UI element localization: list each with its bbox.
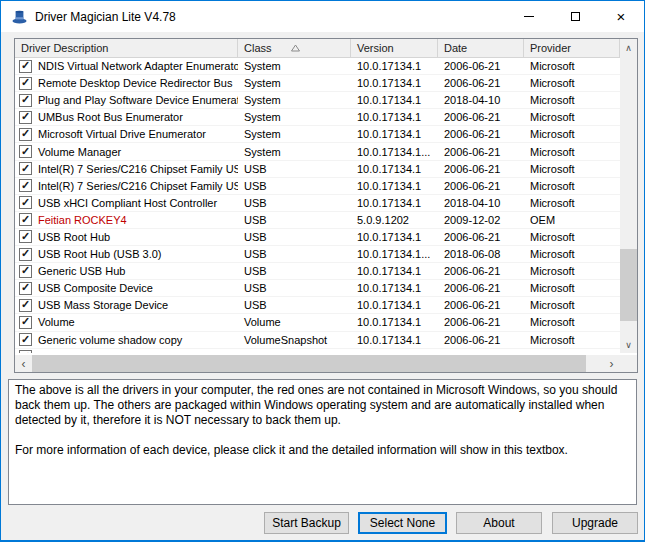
table-row[interactable]: ✓ UMBus Root Bus Enumerator System 10.0.… <box>15 109 620 126</box>
driver-provider: Microsoft <box>524 314 620 330</box>
scroll-right-icon[interactable]: › <box>603 355 620 372</box>
column-header-date[interactable]: Date <box>438 39 524 58</box>
table-row[interactable]: ✓ USB Root Hub (USB 3.0) USB 10.0.17134.… <box>15 246 620 263</box>
driver-provider: Microsoft <box>524 332 620 348</box>
driver-description: UMBus Root Bus Enumerator <box>38 111 183 123</box>
row-checkbox[interactable]: ✓ <box>19 77 32 90</box>
column-header-version[interactable]: Version <box>351 39 438 58</box>
driver-class: USB <box>238 229 351 245</box>
scroll-down-icon[interactable]: ∨ <box>620 336 637 353</box>
driver-class: USB <box>238 161 351 177</box>
checkmark-icon: ✓ <box>21 163 30 174</box>
row-checkbox[interactable]: ✓ <box>19 248 32 261</box>
table-row[interactable]: ✓ Volume Manager System 10.0.17134.1... … <box>15 143 620 160</box>
row-checkbox[interactable]: ✓ <box>19 213 32 226</box>
table-row[interactable]: ✓ Intel(R) 7 Series/C216 Chipset Family … <box>15 178 620 195</box>
driver-description-cell: ✓ Generic volume shadow copy <box>15 332 238 348</box>
driver-description-cell: ✓ Volume Manager <box>15 143 238 159</box>
column-header-driver-description[interactable]: Driver Description <box>15 39 238 58</box>
minimize-button[interactable] <box>506 1 552 32</box>
checkmark-icon: ✓ <box>21 111 30 122</box>
row-checkbox[interactable]: ✓ <box>19 333 32 346</box>
row-checkbox[interactable]: ✓ <box>19 196 32 209</box>
driver-provider: Microsoft <box>524 161 620 177</box>
driver-version: 5.0.9.1202 <box>351 212 438 228</box>
select-none-button[interactable]: Select None <box>358 512 447 534</box>
driver-description: Intel(R) 7 Series/C216 Chipset Family US… <box>38 180 238 192</box>
driver-version: 10.0.17134.1 <box>351 58 438 74</box>
close-icon: × <box>617 9 626 24</box>
driver-description-cell: ✓ Plug and Play Software Device Enumerat… <box>15 92 238 108</box>
maximize-button[interactable] <box>552 1 598 32</box>
table-row[interactable]: ✓ Plug and Play Software Device Enumerat… <box>15 92 620 109</box>
row-checkbox[interactable]: ✓ <box>19 265 32 278</box>
table-row[interactable]: ✓ Generic USB Hub USB 10.0.17134.1 2006-… <box>15 263 620 280</box>
driver-date: 2018-04-10 <box>438 195 524 211</box>
column-header-class[interactable]: Class <box>238 39 351 58</box>
column-label: Provider <box>530 42 571 54</box>
driver-version: 10.0.17134.1 <box>351 297 438 313</box>
driver-class: System <box>238 143 351 159</box>
row-checkbox[interactable]: ✓ <box>19 299 32 312</box>
table-row[interactable]: ✓ WPD FileSystem Volume Driver WPD 10.0.… <box>15 349 620 353</box>
driver-class: VolumeSnapshot <box>238 332 351 348</box>
checkmark-icon: ✓ <box>21 299 30 310</box>
row-checkbox[interactable]: ✓ <box>19 282 32 295</box>
table-row[interactable]: ✓ Intel(R) 7 Series/C216 Chipset Family … <box>15 161 620 178</box>
table-row[interactable]: ✓ USB Root Hub USB 10.0.17134.1 2006-06-… <box>15 229 620 246</box>
table-row[interactable]: ✓ Feitian ROCKEY4 USB 5.0.9.1202 2009-12… <box>15 212 620 229</box>
column-header-provider[interactable]: Provider <box>524 39 620 58</box>
row-checkbox[interactable]: ✓ <box>19 128 32 141</box>
driver-class: USB <box>238 246 351 262</box>
start-backup-button[interactable]: Start Backup <box>264 512 349 534</box>
row-checkbox[interactable]: ✓ <box>19 316 32 329</box>
driver-provider: Microsoft <box>524 109 620 125</box>
driver-version: 10.0.17134.1 <box>351 332 438 348</box>
vertical-scrollbar-thumb[interactable] <box>620 249 637 321</box>
checkmark-icon: ✓ <box>21 282 30 293</box>
checkmark-icon: ✓ <box>21 197 30 208</box>
horizontal-scrollbar[interactable]: ‹ › <box>15 355 620 372</box>
close-button[interactable]: × <box>598 1 644 32</box>
driver-provider: Microsoft <box>524 229 620 245</box>
title-bar[interactable]: Driver Magician Lite V4.78 × <box>1 1 644 32</box>
driver-version: 10.0.17134.1 <box>351 92 438 108</box>
row-checkbox[interactable]: ✓ <box>19 179 32 192</box>
driver-provider: Microsoft <box>524 263 620 279</box>
horizontal-scrollbar-thumb[interactable] <box>32 355 586 372</box>
vertical-scrollbar[interactable]: ∧ ∨ <box>620 39 637 353</box>
maximize-icon <box>571 12 580 21</box>
row-checkbox[interactable]: ✓ <box>19 145 32 158</box>
driver-description-cell: ✓ Feitian ROCKEY4 <box>15 212 238 228</box>
driver-version: 10.0.17134.1 <box>351 229 438 245</box>
table-row[interactable]: ✓ Volume Volume 10.0.17134.1 2006-06-21 … <box>15 314 620 331</box>
scroll-left-icon[interactable]: ‹ <box>15 355 32 372</box>
row-checkbox[interactable]: ✓ <box>19 94 32 107</box>
driver-description: Remote Desktop Device Redirector Bus <box>38 77 232 89</box>
row-checkbox[interactable]: ✓ <box>19 111 32 124</box>
driver-class: USB <box>238 212 351 228</box>
checkmark-icon: ✓ <box>21 146 30 157</box>
table-row[interactable]: ✓ Generic volume shadow copy VolumeSnaps… <box>15 332 620 349</box>
driver-version: 10.0.17134.1 <box>351 195 438 211</box>
checkmark-icon: ✓ <box>21 77 30 88</box>
about-button[interactable]: About <box>456 512 542 534</box>
row-checkbox[interactable]: ✓ <box>19 162 32 175</box>
driver-provider: Microsoft <box>524 349 620 353</box>
scroll-up-icon[interactable]: ∧ <box>620 39 637 56</box>
table-row[interactable]: ✓ USB Composite Device USB 10.0.17134.1 … <box>15 280 620 297</box>
row-checkbox[interactable]: ✓ <box>19 230 32 243</box>
table-row[interactable]: ✓ NDIS Virtual Network Adapter Enumerato… <box>15 58 620 75</box>
table-row[interactable]: ✓ Microsoft Virtual Drive Enumerator Sys… <box>15 126 620 143</box>
upgrade-button[interactable]: Upgrade <box>552 512 638 534</box>
checkmark-icon: ✓ <box>21 265 30 276</box>
table-row[interactable]: ✓ Remote Desktop Device Redirector Bus S… <box>15 75 620 92</box>
driver-description: Volume <box>38 316 75 328</box>
table-row[interactable]: ✓ USB Mass Storage Device USB 10.0.17134… <box>15 297 620 314</box>
column-label: Date <box>444 42 467 54</box>
row-checkbox[interactable]: ✓ <box>19 60 32 73</box>
driver-version: 10.0.17134.1 <box>351 314 438 330</box>
table-row[interactable]: ✓ USB xHCI Compliant Host Controller USB… <box>15 195 620 212</box>
driver-class: USB <box>238 263 351 279</box>
row-checkbox[interactable]: ✓ <box>19 350 32 353</box>
